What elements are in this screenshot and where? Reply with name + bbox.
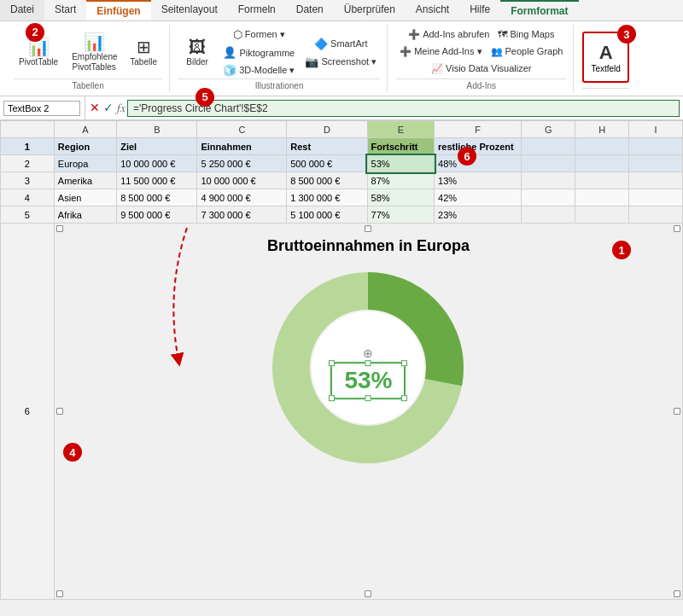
handle-tr[interactable] (674, 225, 680, 232)
cell-F5[interactable]: 23% (435, 206, 522, 224)
cell-I2[interactable] (629, 155, 683, 172)
tab-einfuegen[interactable]: Einfügen (86, 0, 150, 20)
cell-C1[interactable]: Einnahmen (197, 138, 287, 155)
handle-bc[interactable] (365, 590, 371, 597)
tabelle-button[interactable]: ⊞ Tabelle (125, 30, 162, 76)
cell-A3[interactable]: Amerika (54, 172, 116, 189)
col-header-E[interactable]: E (367, 121, 435, 138)
col-header-A[interactable]: A (54, 121, 116, 138)
fx-icon[interactable]: 𝑓𝑥 (117, 101, 126, 115)
cell-F3[interactable]: 13% (435, 172, 522, 189)
cell-C2[interactable]: 5 250 000 € (197, 155, 287, 172)
handle-tc[interactable] (365, 225, 371, 232)
piktogramme-button[interactable]: 👤 Piktogramme (219, 44, 298, 61)
tab-formformat[interactable]: Formformat (500, 0, 578, 20)
cell-F1[interactable]: restliche Prozent (435, 138, 522, 155)
cell-C3[interactable]: 10 000 000 € (197, 172, 287, 189)
people-graph-button[interactable]: 👥 People Graph (487, 44, 567, 59)
cell-B5[interactable]: 9 500 000 € (117, 206, 197, 224)
cell-E5[interactable]: 77% (367, 206, 435, 224)
cell-H4[interactable] (575, 189, 629, 206)
col-header-C[interactable]: C (197, 121, 287, 138)
bing-maps-button[interactable]: 🗺 Bing Maps (494, 26, 557, 42)
move-handle[interactable]: ⊕ (330, 346, 406, 360)
handle-br[interactable] (674, 590, 680, 597)
bilder-button[interactable]: 🖼 Bilder (178, 26, 216, 78)
3dmodelle-button[interactable]: 🧊 3D-Modelle ▾ (219, 62, 298, 78)
formen-button[interactable]: ⬡ Formen ▾ (219, 26, 298, 43)
cell-D5[interactable]: 5 100 000 € (287, 206, 367, 224)
textbox[interactable]: 53% (330, 362, 406, 399)
ribbon-content: 2 📊 PivotTable 📊 Empfohlene PivotTables … (0, 21, 683, 96)
visio-data-button[interactable]: 📈 Visio Data Visualizer (428, 61, 534, 76)
cell-B1[interactable]: Ziel (117, 138, 197, 155)
meine-addins-icon: ➕ (400, 46, 412, 57)
confirm-icon[interactable]: ✓ (103, 101, 114, 115)
tb-handle-bc[interactable] (365, 395, 371, 401)
col-header-B[interactable]: B (117, 121, 197, 138)
cancel-icon[interactable]: ✕ (90, 101, 100, 115)
smartart-button[interactable]: 🔷 SmartArt (301, 36, 380, 52)
tab-datei[interactable]: Datei (0, 0, 44, 20)
tb-handle-br[interactable] (401, 395, 407, 401)
cell-H2[interactable] (575, 155, 629, 172)
cell-A5[interactable]: Afrika (54, 206, 116, 224)
cell-I5[interactable] (629, 206, 683, 224)
col-header-G[interactable]: G (522, 121, 575, 138)
cell-A1[interactable]: Region (54, 138, 116, 155)
handle-tl[interactable] (56, 225, 63, 232)
cell-A4[interactable]: Asien (54, 189, 116, 206)
cell-B4[interactable]: 8 500 000 € (117, 189, 197, 206)
tb-handle-bl[interactable] (329, 395, 335, 401)
col-header-D[interactable]: D (287, 121, 367, 138)
cell-I4[interactable] (629, 189, 683, 206)
tab-seitenlayout[interactable]: Seitenlayout (151, 0, 228, 20)
col-header-H[interactable]: H (575, 121, 629, 138)
col-header-I[interactable]: I (629, 121, 683, 138)
screenshot-button[interactable]: 📷 Screenshot ▾ (301, 54, 380, 70)
meine-addins-button[interactable]: ➕ Meine Add-Ins ▾ (396, 44, 485, 59)
col-header-F[interactable]: F (435, 121, 522, 138)
cell-H3[interactable] (575, 172, 629, 189)
cell-G5[interactable] (522, 206, 575, 224)
tab-start[interactable]: Start (44, 0, 86, 20)
cell-H1[interactable] (575, 138, 629, 155)
cell-B3[interactable]: 11 500 000 € (117, 172, 197, 189)
tab-hilfe[interactable]: Hilfe (459, 0, 500, 20)
cell-G4[interactable] (522, 189, 575, 206)
cell-G1[interactable] (522, 138, 575, 155)
empfohlene-pivottables-button[interactable]: 📊 Empfohlene PivotTables (67, 30, 121, 76)
chart-container[interactable]: 1 Bruttoeinnahmen in Europa (55, 224, 682, 599)
name-box[interactable] (3, 101, 80, 116)
cell-F2[interactable]: 48% (435, 155, 522, 172)
textbox-wrapper: ⊕ 53% (330, 346, 406, 399)
addins-abrufen-button[interactable]: ➕ Add-Ins abrufen (405, 26, 493, 42)
cell-I1[interactable] (629, 138, 683, 155)
cell-D4[interactable]: 1 300 000 € (287, 189, 367, 206)
cell-G2[interactable] (522, 155, 575, 172)
cell-D3[interactable]: 8 500 000 € (287, 172, 367, 189)
cell-E4[interactable]: 58% (367, 189, 435, 206)
cell-C4[interactable]: 4 900 000 € (197, 189, 287, 206)
tb-handle-tl[interactable] (329, 360, 335, 366)
tab-ueberpruefen[interactable]: Überprüfen (334, 0, 406, 20)
cell-B2[interactable]: 10 000 000 € (117, 155, 197, 172)
handle-bl[interactable] (56, 590, 63, 597)
cell-I3[interactable] (629, 172, 683, 189)
cell-D1[interactable]: Rest (287, 138, 367, 155)
tab-formeln[interactable]: Formeln (228, 0, 286, 20)
cell-A2[interactable]: Europa (54, 155, 116, 172)
cell-E1[interactable]: Fortschritt (367, 138, 435, 155)
cell-F4[interactable]: 42% (435, 189, 522, 206)
cell-C5[interactable]: 7 300 000 € (197, 206, 287, 224)
cell-G3[interactable] (522, 172, 575, 189)
cell-D2[interactable]: 500 000 € (287, 155, 367, 172)
cell-H5[interactable] (575, 206, 629, 224)
cell-E2[interactable]: 53% 6 (367, 155, 435, 172)
tb-handle-tr[interactable] (401, 360, 407, 366)
chart-cell: 1 Bruttoeinnahmen in Europa (54, 224, 682, 600)
tab-ansicht[interactable]: Ansicht (406, 0, 459, 20)
cell-E3[interactable]: 87% (367, 172, 435, 189)
tab-daten[interactable]: Daten (286, 0, 334, 20)
tb-handle-tc[interactable] (365, 360, 371, 366)
